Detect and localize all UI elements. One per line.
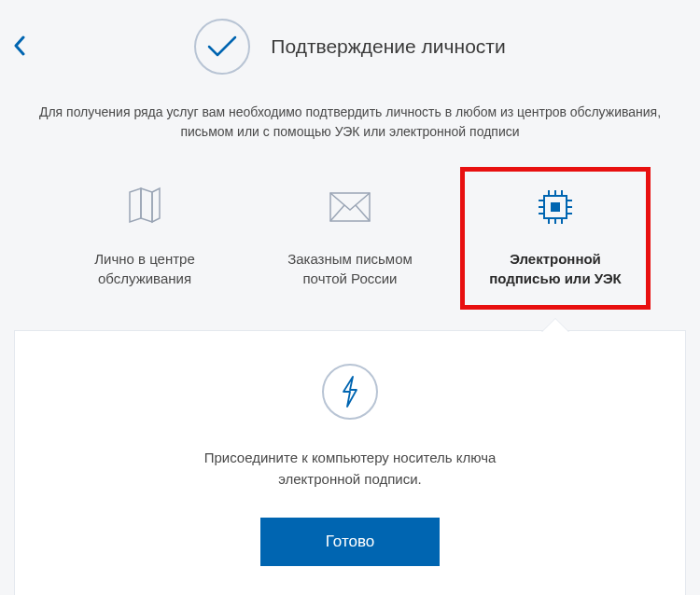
back-button[interactable] [13,35,26,60]
checkmark-icon [194,19,250,75]
description-text: Для получения ряда услуг вам необходимо … [0,103,700,142]
option-label: Электронной подписью или УЭК [471,249,639,288]
ready-button[interactable]: Готово [260,518,441,566]
chip-icon [471,184,639,230]
verification-options: Лично в центре обслуживания Заказным пис… [0,174,700,311]
envelope-icon [266,184,434,230]
option-label: Заказным письмом почтой России [266,249,434,288]
map-icon [61,184,229,230]
option-in-person[interactable]: Лично в центре обслуживания [42,174,247,311]
option-mail[interactable]: Заказным письмом почтой России [247,174,453,311]
page-title: Подтверждение личности [271,35,505,58]
caret-icon [542,319,568,332]
flash-icon [322,364,378,420]
panel-instruction: Присоедините к компьютеру носитель ключа… [43,448,657,490]
header: Подтверждение личности [0,0,700,103]
option-esignature[interactable]: Электронной подписью или УЭК [453,174,658,311]
option-label: Лично в центре обслуживания [61,249,229,288]
svg-rect-2 [551,202,560,212]
esignature-panel: Присоедините к компьютеру носитель ключа… [14,330,686,595]
